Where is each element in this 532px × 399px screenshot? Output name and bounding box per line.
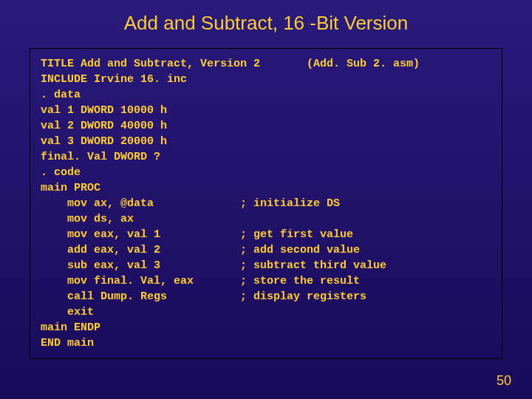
- code-line: val 2 DWORD 40000 h: [41, 120, 167, 132]
- code-line: add eax, val 2 ; add second value: [41, 244, 360, 256]
- code-line: exit: [41, 306, 94, 318]
- code-line: sub eax, val 3 ; subtract third value: [41, 259, 386, 272]
- code-line: END main: [41, 337, 94, 349]
- code-line: final. Val DWORD ?: [41, 151, 160, 163]
- code-line: main PROC: [41, 182, 100, 194]
- code-line: call Dump. Regs ; display registers: [41, 290, 366, 303]
- slide-title: Add and Subtract, 16 -Bit Version: [0, 0, 532, 48]
- code-block: TITLE Add and Subtract, Version 2 (Add. …: [30, 48, 502, 359]
- code-line: . data: [41, 89, 81, 101]
- code-line: mov final. Val, eax ; store the result: [41, 275, 360, 287]
- code-line: . code: [41, 166, 81, 179]
- code-line: TITLE Add and Subtract, Version 2 (Add. …: [41, 58, 420, 70]
- code-line: val 1 DWORD 10000 h: [41, 104, 167, 117]
- code-line: mov ax, @data ; initialize DS: [41, 197, 340, 210]
- page-number: 50: [497, 373, 511, 389]
- code-line: mov eax, val 1 ; get first value: [41, 228, 353, 241]
- code-line: main ENDP: [41, 321, 100, 334]
- code-line: val 3 DWORD 20000 h: [41, 135, 167, 148]
- code-line: mov ds, ax: [41, 213, 134, 225]
- code-line: INCLUDE Irvine 16. inc: [41, 73, 187, 86]
